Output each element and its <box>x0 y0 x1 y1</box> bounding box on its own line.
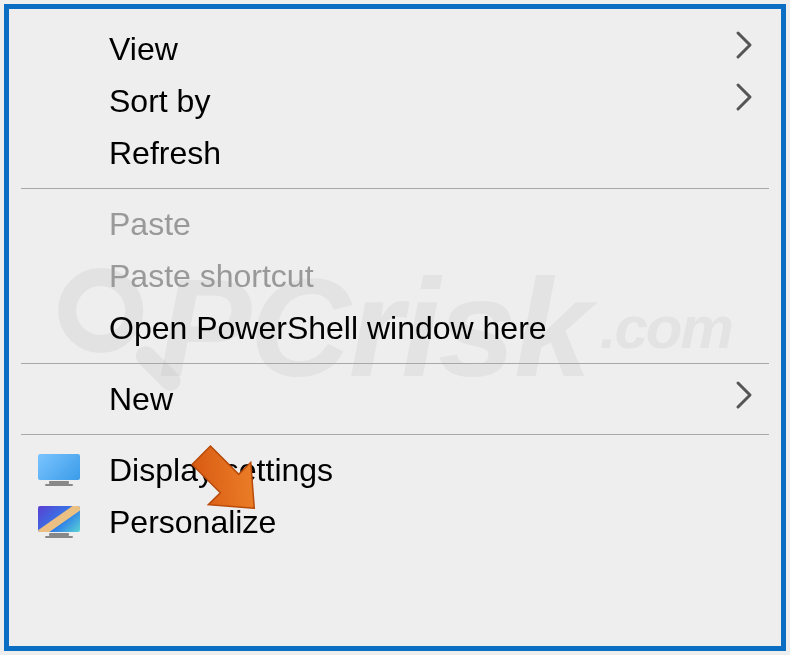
menu-separator <box>21 363 769 364</box>
menu-label: Paste <box>109 206 753 243</box>
menu-label: Refresh <box>109 135 753 172</box>
chevron-right-icon <box>735 82 753 120</box>
chevron-right-icon <box>735 380 753 418</box>
menu-label: Paste shortcut <box>109 258 753 295</box>
menu-label: View <box>109 31 735 68</box>
menu-separator <box>21 188 769 189</box>
menu-label: Personalize <box>109 504 753 541</box>
menu-item-paste-shortcut: Paste shortcut <box>9 250 781 302</box>
menu-item-personalize[interactable]: Personalize <box>9 496 781 548</box>
menu-label: Sort by <box>109 83 735 120</box>
menu-item-view[interactable]: View <box>9 23 781 75</box>
monitor-icon <box>38 454 80 486</box>
menu-item-new[interactable]: New <box>9 373 781 425</box>
menu-item-display-settings[interactable]: Display settings <box>9 444 781 496</box>
menu-item-paste: Paste <box>9 198 781 250</box>
icon-slot <box>9 454 109 486</box>
personalize-icon <box>38 506 80 538</box>
desktop-context-menu: View Sort by Refresh Paste Paste shortcu… <box>4 4 786 651</box>
menu-label: New <box>109 381 735 418</box>
icon-slot <box>9 506 109 538</box>
menu-item-refresh[interactable]: Refresh <box>9 127 781 179</box>
menu-item-sort-by[interactable]: Sort by <box>9 75 781 127</box>
chevron-right-icon <box>735 30 753 68</box>
menu-label: Open PowerShell window here <box>109 310 753 347</box>
menu-label: Display settings <box>109 452 753 489</box>
menu-item-open-powershell[interactable]: Open PowerShell window here <box>9 302 781 354</box>
menu-separator <box>21 434 769 435</box>
